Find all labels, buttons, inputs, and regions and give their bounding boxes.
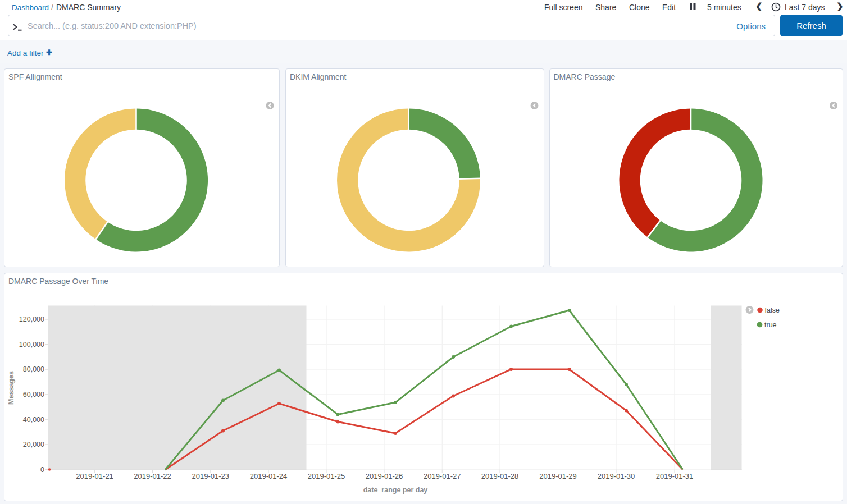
svg-text:2019-01-28: 2019-01-28	[481, 472, 519, 480]
svg-text:2019-01-30: 2019-01-30	[598, 472, 635, 480]
svg-text:Messages: Messages	[7, 371, 15, 405]
svg-text:2019-01-31: 2019-01-31	[656, 472, 694, 480]
svg-text:0: 0	[40, 466, 44, 474]
svg-text:2019-01-27: 2019-01-27	[424, 472, 461, 480]
svg-text:date_range per day: date_range per day	[363, 486, 428, 494]
svg-text:2019-01-29: 2019-01-29	[539, 472, 577, 480]
svg-text:2019-01-26: 2019-01-26	[366, 472, 403, 480]
svg-text:60,000: 60,000	[23, 391, 44, 398]
svg-text:20,000: 20,000	[23, 441, 44, 448]
svg-text:2019-01-23: 2019-01-23	[192, 472, 230, 480]
svg-text:2019-01-25: 2019-01-25	[308, 472, 345, 480]
svg-text:80,000: 80,000	[23, 365, 44, 373]
svg-text:100,000: 100,000	[19, 341, 44, 349]
svg-text:2019-01-24: 2019-01-24	[250, 472, 288, 480]
svg-text:false: false	[765, 306, 780, 314]
svg-text:true: true	[764, 321, 777, 329]
svg-text:120,000: 120,000	[19, 315, 44, 323]
svg-text:2019-01-22: 2019-01-22	[134, 472, 171, 480]
svg-text:40,000: 40,000	[23, 416, 44, 424]
svg-text:2019-01-21: 2019-01-21	[76, 472, 113, 480]
